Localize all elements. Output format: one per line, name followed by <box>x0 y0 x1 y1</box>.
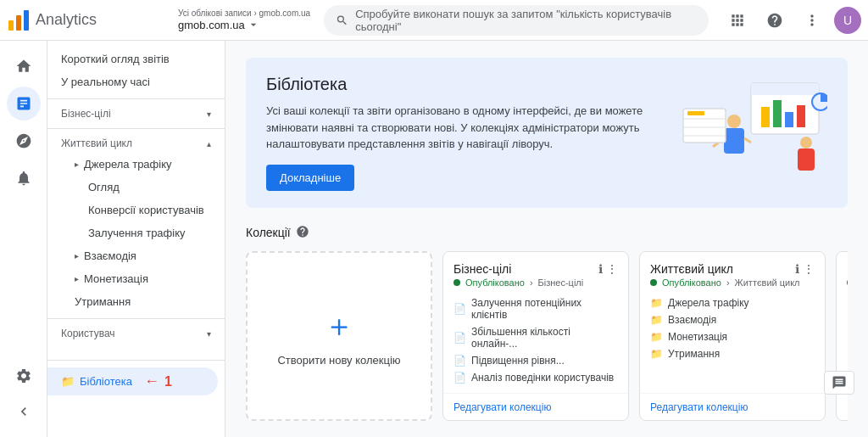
search-placeholder: Спробуйте виконати пошук за запитом "кіл… <box>355 8 697 33</box>
annotation-num-1: 1 <box>164 374 172 389</box>
card-title-lifecycle: Життєвий цикл ℹ ⋮ <box>650 262 815 276</box>
nav-divider-3 <box>47 318 225 319</box>
search-bar[interactable]: Спробуйте виконати пошук за запитом "кіл… <box>324 5 709 36</box>
library-description: Усі ваші колекції та звіти організовано … <box>266 103 675 153</box>
collapse-sidebar-btn[interactable] <box>7 395 41 429</box>
list-item: 📁Атрибути кор... <box>847 294 848 311</box>
help-icon <box>766 12 783 29</box>
topbar-account: Усі облікові записи › gmob.com.ua gmob.c… <box>178 8 310 31</box>
library-header-banner: Бібліотека Усі ваші колекції та звіти ор… <box>246 58 848 208</box>
main-layout: Короткий огляд звітів У реальному часі Б… <box>0 41 868 437</box>
status-dot-lifecycle <box>650 279 657 286</box>
nav-divider-2 <box>47 128 225 129</box>
new-collection-plus-icon: ＋ <box>324 305 354 347</box>
nav-section-user[interactable]: Користувач ▾ <box>47 324 225 343</box>
list-item: 📁Джерела трафіку <box>650 294 815 311</box>
nav-item-traffic-sources[interactable]: ▸ Джерела трафіку <box>47 153 218 176</box>
svg-rect-4 <box>751 83 819 95</box>
card-header-user: Користувач ℹ ⋮ Опубліковано <box>837 252 848 294</box>
collection-card-user: Користувач ℹ ⋮ Опубліковано 📁Атрибу <box>836 251 848 421</box>
nav-item-library[interactable]: 📁 Бібліотека ← 1 <box>47 367 218 395</box>
annotation-arrow-1: ← <box>144 373 159 390</box>
card-header-business: Бізнес-цілі ℹ ⋮ Опубліковано › Бізнес-ці… <box>443 252 628 294</box>
card-title-user: Користувач ℹ ⋮ <box>847 262 848 276</box>
folder-icon: 📁 <box>650 348 663 360</box>
nav-item-retention[interactable]: Утримання <box>47 290 218 313</box>
nav-item-realtime[interactable]: У реальному часі <box>47 70 218 93</box>
more-icon-lifecycle[interactable]: ⋮ <box>803 262 815 276</box>
list-item: 📄Збільшення кількості онлайн-... <box>453 323 618 352</box>
folder-icon: 📄 <box>453 355 466 367</box>
nav-section-lifecycle[interactable]: Життєвий цикл ▴ <box>47 134 225 153</box>
nav-section-business[interactable]: Бізнес-цілі ▾ <box>47 104 225 123</box>
list-item: 📁Технології <box>847 311 848 328</box>
feedback-btn[interactable] <box>824 371 854 395</box>
library-folder-icon: 📁 <box>61 375 75 388</box>
nav-label-monetization: Монетизація <box>84 272 148 285</box>
expand-icon: ▸ <box>75 160 79 169</box>
advertising-icon-btn[interactable] <box>7 161 41 195</box>
card-header-lifecycle: Життєвий цикл ℹ ⋮ Опубліковано › Життєви… <box>640 252 825 294</box>
apps-icon-btn[interactable] <box>722 5 753 36</box>
collections-section-title: Колекції <box>246 225 848 241</box>
sidebar-icons <box>0 41 47 437</box>
topbar-actions: U <box>722 5 861 36</box>
account-name-btn[interactable]: gmob.com.ua <box>178 18 310 31</box>
folder-icon: 📁 <box>650 331 663 343</box>
library-illustration <box>675 75 827 176</box>
apps-icon <box>729 12 746 29</box>
new-collection-card[interactable]: ＋ Створити нову колекцію <box>246 251 432 421</box>
nav-item-traffic-acquisition[interactable]: Залучення трафіку <box>47 221 218 244</box>
feedback-icon <box>832 375 847 390</box>
info-icon-business[interactable]: ℹ <box>598 262 603 276</box>
svg-rect-1 <box>16 15 21 31</box>
user-avatar[interactable]: U <box>834 7 861 34</box>
library-header-text: Бібліотека Усі ваші колекції та звіти ор… <box>266 75 675 191</box>
info-icon-lifecycle[interactable]: ℹ <box>795 262 799 276</box>
advertising-icon <box>15 170 32 187</box>
search-icon <box>336 14 348 27</box>
more-icon-business[interactable]: ⋮ <box>606 262 618 276</box>
nav-divider-1 <box>47 98 225 99</box>
svg-rect-11 <box>724 128 744 154</box>
nav-label-business: Бізнес-цілі <box>61 108 111 120</box>
nav-item-conversions[interactable]: Конверсії користувачів <box>47 199 218 221</box>
help-icon-btn[interactable] <box>760 5 790 36</box>
svg-rect-2 <box>24 10 29 31</box>
nav-label-traffic-acquisition: Залучення трафіку <box>88 227 186 239</box>
more-icon-btn[interactable] <box>797 5 827 36</box>
learn-more-button[interactable]: Докладніше <box>266 165 354 191</box>
nav-item-monetization[interactable]: ▸ Монетизація <box>47 267 218 290</box>
library-title: Бібліотека <box>266 75 675 94</box>
collection-card-lifecycle: Життєвий цикл ℹ ⋮ Опубліковано › Життєви… <box>639 251 826 421</box>
collapse-icon <box>15 403 32 420</box>
chevron-lifecycle: ▴ <box>207 139 211 148</box>
card-footer-lifecycle: Редагувати колекцію <box>640 393 825 420</box>
edit-collection-link-business[interactable]: Редагувати колекцію <box>453 401 551 413</box>
expand-icon-2: ▸ <box>75 251 79 261</box>
card-actions-business: ℹ ⋮ <box>598 262 618 276</box>
svg-rect-6 <box>773 100 782 127</box>
nav-item-overview2[interactable]: Огляд <box>47 176 218 199</box>
list-item: 📄Аналіз поведінки користувачів <box>453 369 618 386</box>
nav-label-overview2: Огляд <box>88 181 120 193</box>
reports-icon-btn[interactable] <box>7 87 41 120</box>
edit-collection-link-user[interactable]: Редагувати кол... <box>847 401 848 413</box>
account-hint: Усі облікові записи › gmob.com.ua <box>178 8 310 18</box>
nav-item-overview[interactable]: Короткий огляд звітів <box>47 48 218 70</box>
home-icon-btn[interactable] <box>7 49 41 83</box>
explore-icon-btn[interactable] <box>7 124 41 158</box>
svg-rect-7 <box>785 112 793 127</box>
folder-icon: 📁 <box>650 314 663 326</box>
edit-collection-link-lifecycle[interactable]: Редагувати колекцію <box>650 401 748 413</box>
svg-rect-8 <box>797 105 805 127</box>
new-collection-label: Створити нову колекцію <box>277 354 400 367</box>
settings-icon-btn[interactable] <box>7 359 41 393</box>
expand-icon-3: ▸ <box>75 274 79 283</box>
sidebar-nav: Короткий огляд звітів У реальному часі Б… <box>47 41 225 437</box>
card-footer-business: Редагувати колекцію <box>443 393 628 420</box>
collections-help-icon[interactable] <box>296 225 309 241</box>
nav-item-engagement[interactable]: ▸ Взаємодія <box>47 244 218 267</box>
nav-label-engagement: Взаємодія <box>84 249 136 262</box>
svg-line-13 <box>744 138 751 143</box>
